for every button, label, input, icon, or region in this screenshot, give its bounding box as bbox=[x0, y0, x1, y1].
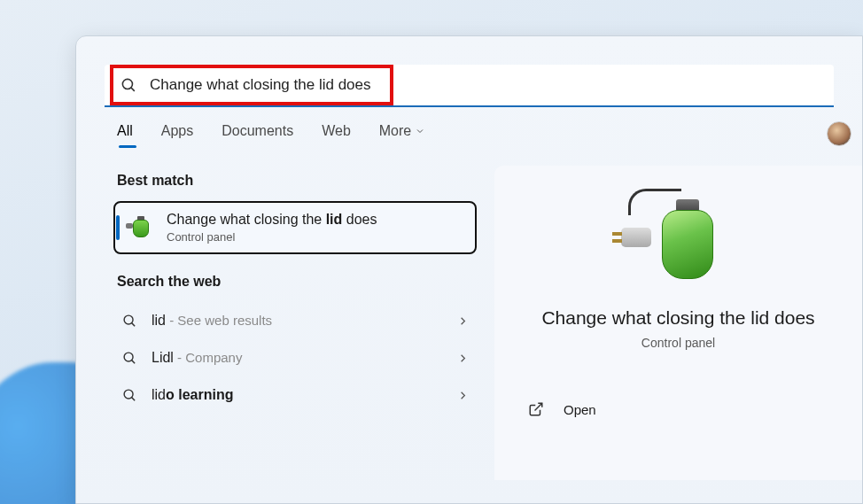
best-match-title-pre: Change what closing the bbox=[167, 212, 326, 227]
user-avatar[interactable] bbox=[827, 121, 851, 146]
search-highlight-annotation bbox=[110, 65, 393, 105]
chevron-right-icon bbox=[456, 352, 470, 365]
detail-pane: Change what closing the lid does Control… bbox=[494, 166, 862, 480]
svg-point-4 bbox=[124, 353, 133, 361]
tab-more-label: More bbox=[379, 123, 411, 139]
best-match-text: Change what closing the lid does Control… bbox=[167, 212, 377, 244]
search-icon bbox=[122, 314, 137, 329]
tab-web[interactable]: Web bbox=[322, 123, 351, 146]
web-result-2-prefix: Lidl bbox=[152, 350, 174, 365]
svg-point-0 bbox=[122, 79, 132, 89]
svg-line-8 bbox=[535, 403, 542, 410]
start-search-panel: All Apps Documents Web More Best match C… bbox=[75, 35, 863, 504]
power-options-icon bbox=[128, 214, 154, 241]
svg-line-5 bbox=[132, 360, 136, 363]
detail-subtitle: Control panel bbox=[641, 336, 715, 350]
open-external-icon bbox=[528, 401, 544, 417]
web-result-3-prefix: lid bbox=[152, 387, 166, 402]
tab-apps[interactable]: Apps bbox=[161, 123, 193, 146]
search-input[interactable] bbox=[150, 76, 390, 94]
chevron-down-icon bbox=[415, 126, 425, 136]
open-label: Open bbox=[564, 402, 596, 417]
web-result-1-prefix: lid bbox=[152, 313, 166, 328]
search-icon bbox=[122, 351, 137, 366]
svg-line-1 bbox=[131, 87, 135, 90]
search-icon bbox=[122, 388, 137, 403]
best-match-title-bold: lid bbox=[326, 212, 343, 227]
tab-all[interactable]: All bbox=[117, 123, 133, 146]
svg-point-2 bbox=[124, 315, 133, 324]
web-result-1-suffix: - See web results bbox=[166, 313, 272, 328]
svg-line-7 bbox=[132, 397, 136, 400]
detail-title: Change what closing the lid does bbox=[541, 307, 814, 329]
web-result-3[interactable]: lido learning bbox=[113, 376, 477, 414]
power-options-icon bbox=[630, 192, 727, 290]
best-match-subtitle: Control panel bbox=[167, 230, 377, 244]
search-icon bbox=[121, 77, 137, 94]
tab-documents[interactable]: Documents bbox=[222, 123, 293, 146]
best-match-title-post: does bbox=[342, 212, 377, 227]
web-result-3-bold: o learning bbox=[166, 387, 233, 402]
best-match-heading: Best match bbox=[117, 173, 477, 189]
svg-point-6 bbox=[124, 390, 133, 399]
chevron-right-icon bbox=[456, 314, 470, 328]
web-result-2[interactable]: Lidl - Company bbox=[113, 339, 477, 376]
results-column: Best match Change what closing the lid d… bbox=[113, 166, 477, 480]
best-match-result[interactable]: Change what closing the lid does Control… bbox=[113, 201, 477, 254]
open-action[interactable]: Open bbox=[528, 401, 596, 417]
web-result-1[interactable]: lid - See web results bbox=[113, 302, 477, 339]
tab-more[interactable]: More bbox=[379, 123, 425, 146]
chevron-right-icon bbox=[456, 389, 470, 402]
svg-line-3 bbox=[132, 322, 136, 326]
filter-tabs: All Apps Documents Web More bbox=[76, 107, 862, 155]
search-bar[interactable] bbox=[105, 65, 834, 107]
search-web-heading: Search the web bbox=[117, 274, 477, 290]
web-result-2-suffix: - Company bbox=[174, 350, 243, 365]
